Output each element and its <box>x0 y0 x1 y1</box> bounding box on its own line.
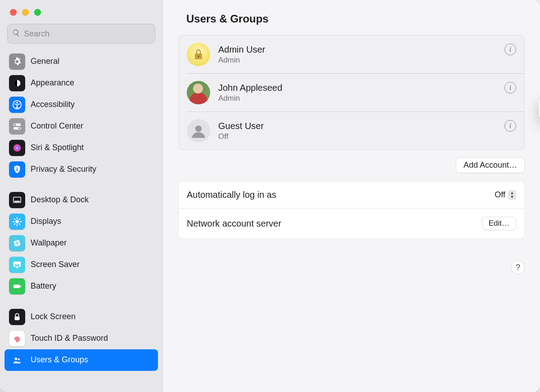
svg-rect-8 <box>17 169 18 171</box>
screensaver-icon <box>9 257 25 273</box>
sidebar-item-label: Privacy & Security <box>31 165 96 174</box>
svg-point-9 <box>17 168 18 169</box>
sidebar-item-label: Siri & Spotlight <box>31 143 84 153</box>
displays-icon <box>9 214 25 230</box>
sidebar-item-control-center[interactable]: Control Center <box>4 116 158 137</box>
sidebar-item-displays[interactable]: Displays <box>4 211 158 232</box>
sidebar-item-label: General <box>31 57 59 67</box>
svg-point-7 <box>14 144 21 152</box>
search-field[interactable] <box>7 24 155 44</box>
appearance-icon <box>9 75 25 91</box>
content-pane: Users & Groups Admin UserAdminiJohn Appl… <box>163 0 540 392</box>
auto-login-value: Off <box>495 190 505 200</box>
svg-rect-24 <box>198 56 199 58</box>
sidebar-item-label: Appearance <box>31 78 74 88</box>
system-settings-window: GeneralAppearanceAccessibilityControl Ce… <box>0 0 540 392</box>
sidebar-item-touch-id-password[interactable]: Touch ID & Password <box>4 328 158 349</box>
network-server-row: Network account server Edit… <box>179 208 524 238</box>
battery-icon <box>9 278 25 294</box>
siri-icon <box>9 140 25 156</box>
svg-rect-17 <box>14 285 20 288</box>
sidebar-item-label: Users & Groups <box>31 355 88 365</box>
sidebar-item-label: Wallpaper <box>31 238 67 248</box>
svg-rect-15 <box>14 262 21 267</box>
user-row[interactable]: Admin UserAdmini <box>179 36 524 73</box>
add-account-button[interactable]: Add Account… <box>456 157 525 173</box>
user-name: Admin User <box>218 45 496 55</box>
search-input[interactable] <box>24 29 150 39</box>
sidebar-item-label: Accessibility <box>31 100 75 110</box>
user-avatar <box>187 81 210 104</box>
svg-point-6 <box>18 128 20 129</box>
user-name: John Appleseed <box>218 83 496 93</box>
sidebar-item-label: Screen Saver <box>31 260 80 270</box>
sidebar-item-wallpaper[interactable]: Wallpaper <box>4 232 158 254</box>
user-role: Admin <box>218 56 496 65</box>
auto-login-select[interactable]: Off ▲▼ <box>495 190 516 200</box>
sidebar: GeneralAppearanceAccessibilityControl Ce… <box>0 0 163 392</box>
sidebar-item-general[interactable]: General <box>4 51 158 72</box>
sidebar-item-users-groups[interactable]: Users & Groups <box>4 349 158 371</box>
wallpaper-icon <box>9 235 25 251</box>
svg-point-20 <box>15 358 18 361</box>
svg-rect-19 <box>15 316 20 320</box>
control-center-icon <box>9 118 25 134</box>
sidebar-item-accessibility[interactable]: Accessibility <box>4 94 158 116</box>
network-server-label: Network account server <box>187 218 281 229</box>
svg-rect-16 <box>16 267 18 268</box>
svg-point-21 <box>18 358 20 361</box>
users-icon <box>9 352 25 368</box>
svg-point-4 <box>14 124 16 125</box>
sidebar-item-label: Battery <box>31 281 56 291</box>
sidebar-item-battery[interactable]: Battery <box>4 276 158 297</box>
sidebar-item-label: Displays <box>31 217 61 227</box>
traffic-lights <box>0 6 162 24</box>
accessibility-icon <box>9 97 25 113</box>
zoom-window-button[interactable] <box>34 9 41 16</box>
login-settings: Automatically log in as Off ▲▼ Network a… <box>178 181 525 239</box>
lock-icon <box>9 309 25 325</box>
sidebar-nav: GeneralAppearanceAccessibilityControl Ce… <box>0 50 162 375</box>
sidebar-item-screen-saver[interactable]: Screen Saver <box>4 254 158 276</box>
sidebar-item-desktop-dock[interactable]: Desktop & Dock <box>4 189 158 211</box>
sidebar-item-appearance[interactable]: Appearance <box>4 72 158 94</box>
guest-avatar <box>187 119 210 143</box>
user-name: Guest User <box>218 121 496 131</box>
auto-login-row: Automatically log in as Off ▲▼ <box>179 182 524 208</box>
user-role: Off <box>218 132 496 141</box>
sidebar-item-label: Desktop & Dock <box>31 195 89 205</box>
users-list: Admin UserAdminiJohn AppleseedAdminiGues… <box>178 35 525 150</box>
svg-rect-18 <box>20 285 21 287</box>
updown-icon: ▲▼ <box>508 190 516 200</box>
lock-avatar <box>187 43 210 66</box>
privacy-icon <box>9 161 25 178</box>
svg-point-12 <box>15 220 18 223</box>
edit-network-server-button[interactable]: Edit… <box>482 217 516 230</box>
svg-rect-11 <box>14 201 20 202</box>
user-role: Admin <box>218 94 496 103</box>
info-button[interactable]: i <box>504 44 516 55</box>
touchid-icon <box>9 330 25 347</box>
svg-point-25 <box>195 125 202 132</box>
dock-icon <box>9 192 25 208</box>
sidebar-item-siri-spotlight[interactable]: Siri & Spotlight <box>4 137 158 159</box>
minimize-window-button[interactable] <box>22 9 29 16</box>
sidebar-item-label: Control Center <box>31 121 83 131</box>
sidebar-item-label: Lock Screen <box>31 312 76 322</box>
help-button[interactable]: ? <box>511 261 525 274</box>
auto-login-label: Automatically log in as <box>187 190 276 200</box>
page-title: Users & Groups <box>178 13 525 25</box>
info-button[interactable]: i <box>504 82 516 94</box>
user-row[interactable]: John AppleseedAdmini <box>179 74 524 111</box>
sidebar-item-label: Touch ID & Password <box>31 334 108 343</box>
user-row[interactable]: Guest UserOffi <box>179 112 524 150</box>
search-icon <box>12 29 20 39</box>
close-window-button[interactable] <box>10 9 17 16</box>
info-button[interactable]: i <box>504 120 516 132</box>
svg-point-2 <box>16 102 18 104</box>
sidebar-item-lock-screen[interactable]: Lock Screen <box>4 306 158 328</box>
sidebar-item-privacy-security[interactable]: Privacy & Security <box>4 159 158 180</box>
gear-icon <box>9 53 25 70</box>
